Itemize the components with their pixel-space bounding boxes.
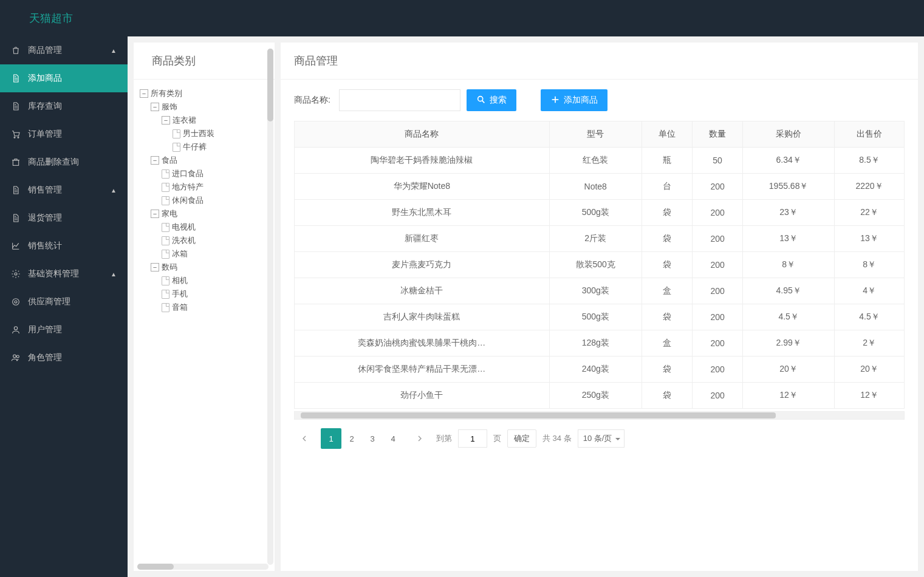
toolbar: 商品名称: 搜索 添加商品: [281, 80, 918, 121]
table-row[interactable]: 华为荣耀Note8Note8台2001955.68￥2220￥: [295, 174, 905, 200]
table-cell: 200: [693, 252, 743, 278]
tree-vscrollbar[interactable]: [267, 49, 273, 565]
search-input[interactable]: [339, 89, 460, 111]
page-next[interactable]: [409, 428, 430, 449]
column-header: 型号: [549, 121, 642, 148]
users-icon: [11, 353, 22, 363]
nav-group-基础资料管理[interactable]: 基础资料管理▲: [0, 260, 128, 288]
file-icon: [173, 129, 180, 138]
tree-toggle-icon[interactable]: −: [151, 210, 159, 218]
nav-item-供应商管理[interactable]: 供应商管理: [0, 288, 128, 316]
table-cell: 12￥: [743, 383, 835, 409]
table-cell: 盒: [642, 330, 692, 357]
tree-toggle-icon[interactable]: −: [151, 263, 159, 271]
tree-node[interactable]: 地方特产: [162, 180, 269, 194]
tree-label: 男士西装: [183, 128, 214, 139]
tree-node[interactable]: −食品: [151, 154, 269, 167]
tree-node[interactable]: −数码: [151, 261, 269, 274]
tree-node[interactable]: 洗衣机: [162, 234, 269, 247]
table-cell: 12￥: [835, 383, 905, 409]
table-cell: 4.5￥: [835, 304, 905, 330]
search-button[interactable]: 搜索: [467, 89, 516, 111]
tree-node[interactable]: 电视机: [162, 220, 269, 234]
table-cell: 麦片燕麦巧克力: [295, 252, 550, 278]
tree-label: 家电: [162, 208, 177, 219]
nav-label: 销售统计: [28, 241, 62, 251]
column-header: 采购价: [743, 121, 835, 148]
tree-node[interactable]: −家电: [151, 207, 269, 220]
nav-item-库存查询[interactable]: 库存查询: [0, 92, 128, 120]
table-row[interactable]: 冰糖金桔干300g装盒2004.95￥4￥: [295, 278, 905, 304]
svg-point-3: [15, 273, 17, 275]
tree-toggle-icon[interactable]: −: [162, 116, 170, 125]
tree-node[interactable]: 牛仔裤: [173, 140, 269, 154]
table-row[interactable]: 陶华碧老干妈香辣脆油辣椒红色装瓶506.34￥8.5￥: [295, 148, 905, 174]
tree-node[interactable]: 冰箱: [162, 247, 269, 261]
table-row[interactable]: 麦片燕麦巧克力散装500克袋2008￥8￥: [295, 252, 905, 278]
nav-group-商品管理[interactable]: 商品管理▲: [0, 36, 128, 64]
tree-hscrollbar[interactable]: [137, 564, 269, 570]
table-cell: 22￥: [835, 200, 905, 226]
target-icon: [11, 297, 22, 307]
nav-item-用户管理[interactable]: 用户管理: [0, 316, 128, 344]
add-product-button[interactable]: 添加商品: [541, 89, 607, 111]
tree-node[interactable]: 手机: [162, 287, 269, 301]
tree-toggle-icon[interactable]: −: [151, 103, 159, 111]
goto-confirm-button[interactable]: 确定: [507, 429, 536, 448]
nav-item-销售统计[interactable]: 销售统计: [0, 232, 128, 260]
tree-toggle-icon[interactable]: −: [151, 156, 159, 165]
nav-item-退货管理[interactable]: 退货管理: [0, 204, 128, 232]
nav-item-添加商品[interactable]: 添加商品: [0, 64, 128, 92]
nav-label: 商品管理: [28, 45, 62, 56]
table-hscrollbar[interactable]: [294, 411, 905, 420]
tree-toggle-icon[interactable]: −: [140, 89, 148, 98]
scroll-thumb[interactable]: [267, 49, 273, 121]
scroll-thumb[interactable]: [137, 564, 174, 570]
tree-node[interactable]: 男士西装: [173, 127, 269, 140]
tree-node[interactable]: −所有类别: [140, 87, 269, 100]
tree-node[interactable]: 相机: [162, 274, 269, 287]
page-number[interactable]: 4: [383, 428, 403, 449]
gear-icon: [11, 269, 22, 279]
nav-group-销售管理[interactable]: 销售管理▲: [0, 176, 128, 204]
svg-line-10: [482, 100, 485, 103]
page-size-select[interactable]: 10 条/页: [578, 429, 625, 448]
page-number[interactable]: 3: [362, 428, 383, 449]
table-row[interactable]: 休闲零食坚果特产精品干果无漂…240g装袋20020￥20￥: [295, 357, 905, 383]
nav-item-订单管理[interactable]: 订单管理: [0, 120, 128, 148]
table-cell: 野生东北黑木耳: [295, 200, 550, 226]
page-number[interactable]: 2: [341, 428, 362, 449]
table-cell: 200: [693, 330, 743, 357]
goto-page-input[interactable]: [458, 429, 487, 448]
nav-item-商品删除查询[interactable]: 商品删除查询: [0, 148, 128, 176]
svg-point-4: [13, 299, 19, 306]
table-row[interactable]: 野生东北黑木耳500g装袋20023￥22￥: [295, 200, 905, 226]
table-row[interactable]: 吉利人家牛肉味蛋糕500g装袋2004.5￥4.5￥: [295, 304, 905, 330]
product-table: 商品名称型号单位数量采购价出售价 陶华碧老干妈香辣脆油辣椒红色装瓶506.34￥…: [294, 121, 905, 409]
table-cell: 新疆红枣: [295, 226, 550, 252]
nav-item-角色管理[interactable]: 角色管理: [0, 344, 128, 372]
file-icon: [162, 290, 169, 299]
table-row[interactable]: 奕森奶油桃肉蜜饯果脯果干桃肉…128g装盒2002.99￥2￥: [295, 330, 905, 357]
page-number[interactable]: 1: [321, 428, 341, 449]
table-cell: 200: [693, 304, 743, 330]
tree-node[interactable]: 休闲食品: [162, 194, 269, 207]
chevron-up-icon: ▲: [111, 47, 117, 54]
page-prev[interactable]: [294, 428, 315, 449]
tree-node[interactable]: −服饰: [151, 100, 269, 114]
search-label: 商品名称:: [294, 95, 330, 106]
tree-node[interactable]: −连衣裙: [162, 114, 269, 127]
file-icon: [162, 169, 169, 179]
file-icon: [173, 143, 180, 152]
table-cell: 200: [693, 383, 743, 409]
nav-label: 供应商管理: [28, 296, 70, 307]
table-cell: 华为荣耀Note8: [295, 174, 550, 200]
table-cell: 13￥: [835, 226, 905, 252]
table-cell: 袋: [642, 200, 692, 226]
table-row[interactable]: 劲仔小鱼干250g装袋20012￥12￥: [295, 383, 905, 409]
tree-node[interactable]: 音箱: [162, 301, 269, 314]
tree-node[interactable]: 进口食品: [162, 167, 269, 180]
container: 商品管理▲添加商品库存查询订单管理商品删除查询销售管理▲退货管理销售统计基础资料…: [0, 36, 924, 577]
table-row[interactable]: 新疆红枣2斤装袋20013￥13￥: [295, 226, 905, 252]
scroll-thumb[interactable]: [301, 412, 776, 418]
